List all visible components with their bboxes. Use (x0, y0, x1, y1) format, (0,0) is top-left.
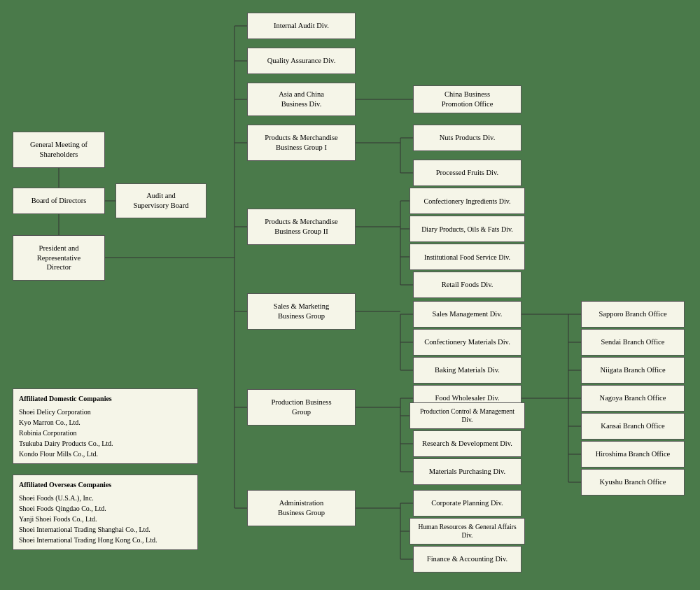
audit-supervisory-box: Audit andSupervisory Board (115, 183, 206, 218)
production-control-box: Production Control & Management Div. (410, 402, 525, 429)
affiliated-overseas-box: Affiliated Overseas Companies Shoei Food… (13, 475, 198, 550)
affiliated-domestic-title: Affiliated Domestic Companies (19, 393, 192, 404)
board-directors-box: Board of Directors (13, 188, 105, 214)
sales-management-box: Sales Management Div. (413, 301, 522, 328)
kyushu-box: Kyushu Branch Office (581, 469, 685, 496)
materials-purchasing-box: Materials Purchasing Div. (413, 458, 522, 485)
general-meeting-box: General Meeting of Shareholders (13, 132, 105, 168)
products-group1-box: Products & MerchandiseBusiness Group I (247, 125, 356, 161)
sendai-box: Sendai Branch Office (581, 329, 685, 356)
asia-china-box: Asia and ChinaBusiness Div. (247, 83, 356, 116)
quality-assurance-box: Quality Assurance Div. (247, 48, 356, 74)
production-box: Production BusinessGroup (247, 389, 356, 426)
confectionery-materials-box: Confectionery Materials Div. (413, 329, 522, 356)
retail-foods-box: Retail Foods Div. (413, 272, 522, 298)
baking-materials-box: Baking Materials Div. (413, 357, 522, 384)
institutional-box: Institutional Food Service Div. (410, 244, 525, 270)
administration-box: AdministrationBusiness Group (247, 490, 356, 526)
products-group2-box: Products & MerchandiseBusiness Group II (247, 209, 356, 245)
affiliated-domestic-list: Shoei Delicy Corporation Kyo Marron Co.,… (19, 407, 192, 459)
org-chart: General Meeting of Shareholders Board of… (0, 0, 700, 590)
hiroshima-box: Hiroshima Branch Office (581, 441, 685, 468)
research-dev-box: Research & Development Div. (413, 430, 522, 457)
china-business-box: China BusinessPromotion Office (413, 85, 522, 113)
affiliated-overseas-list: Shoei Foods (U.S.A.), Inc. Shoei Foods Q… (19, 493, 192, 545)
corporate-planning-box: Corporate Planning Div. (413, 490, 522, 517)
kansai-box: Kansai Branch Office (581, 413, 685, 440)
affiliated-overseas-title: Affiliated Overseas Companies (19, 479, 192, 490)
dairy-products-box: Diary Products, Oils & Fats Div. (410, 216, 525, 242)
internal-audit-box: Internal Audit Div. (247, 13, 356, 39)
processed-fruits-box: Processed Fruits Div. (413, 160, 522, 186)
finance-accounting-box: Finance & Accounting Div. (413, 546, 522, 573)
sales-marketing-box: Sales & MarketingBusiness Group (247, 293, 356, 330)
niigata-box: Niigata Branch Office (581, 357, 685, 384)
nagoya-box: Nagoya Branch Office (581, 385, 685, 412)
president-box: President andRepresentativeDirector (13, 235, 105, 281)
confectionery-ingredients-box: Confectionery Ingredients Div. (410, 188, 525, 214)
nuts-products-box: Nuts Products Div. (413, 125, 522, 151)
sapporo-box: Sapporo Branch Office (581, 301, 685, 328)
hr-general-box: Human Resources & General Affairs Div. (410, 518, 525, 545)
affiliated-domestic-box: Affiliated Domestic Companies Shoei Deli… (13, 388, 198, 464)
